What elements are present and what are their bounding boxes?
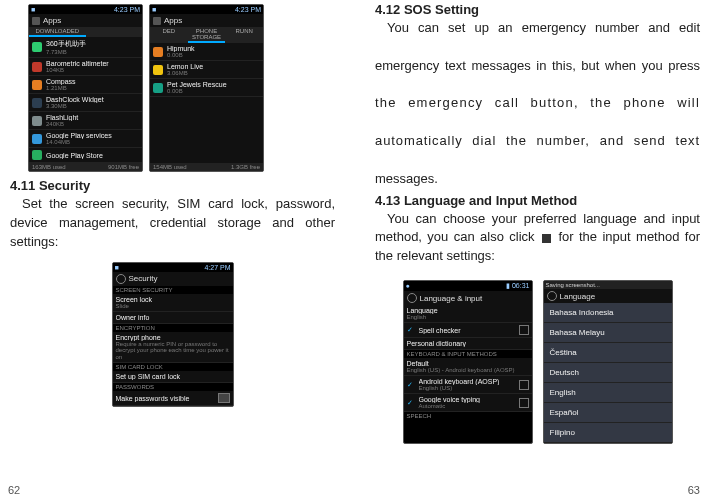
- section-header: KEYBOARD & INPUT METHODS: [404, 350, 532, 358]
- list-item: Owner info: [113, 312, 233, 324]
- phone-language-list: Saving screenshot... Language Bahasa Ind…: [543, 280, 673, 444]
- app-label: Google Play services: [46, 132, 139, 139]
- row-label: Android keyboard (AOSP): [419, 378, 515, 385]
- row-sub: English (US): [419, 385, 515, 391]
- apps-title: Apps: [43, 16, 61, 25]
- gear-icon: [519, 325, 529, 335]
- apps-list: Hipmunk0.00B Lemon Live3.06MB Pet Jewels…: [150, 43, 263, 163]
- status-bar: ■4:27 PM: [113, 263, 233, 272]
- app-sub: 0.00B: [167, 88, 260, 94]
- list-item: ✓Spell checker: [404, 323, 532, 338]
- row-label: Owner info: [116, 314, 230, 321]
- app-label: DashClock Widget: [46, 96, 139, 103]
- settings-icon: [116, 274, 126, 284]
- section-header: PASSWORDS: [113, 383, 233, 391]
- list-item: DefaultEnglish (US) - Android keyboard (…: [404, 358, 532, 376]
- langinput-titlebar: Language & input: [404, 291, 532, 305]
- status-bar: ●▮ 06:31: [404, 281, 532, 291]
- status-bar: ■4:23 PM: [150, 5, 263, 14]
- list-item: 360手机助手7.73MB: [29, 37, 142, 58]
- row-label: Google voice typing: [419, 396, 515, 403]
- section-header: SPEECH: [404, 412, 532, 420]
- app-label: Pet Jewels Rescue: [167, 81, 260, 88]
- gear-icon: [519, 380, 529, 390]
- langlist-title: Language: [560, 292, 596, 301]
- list-item: Filipino: [544, 423, 672, 443]
- phone-apps-downloaded: ■4:23 PM Apps DOWNLOADED 360手机助手7.73MB B…: [28, 4, 143, 172]
- heading-sos: 4.12 SOS Setting: [375, 2, 700, 17]
- section-header: ENCRYPTION: [113, 324, 233, 332]
- list-item: Bahasa Melayu: [544, 323, 672, 343]
- text-line: automatically dial the number, and send …: [375, 132, 700, 170]
- phone-lang-input: ●▮ 06:31 Language & input LanguageEnglis…: [403, 280, 533, 444]
- list-item: Barometric altimeter104KB: [29, 58, 142, 76]
- app-icon: [32, 98, 42, 108]
- app-label: FlashLight: [46, 114, 139, 121]
- lang-screenshots-row: ●▮ 06:31 Language & input LanguageEnglis…: [375, 280, 700, 444]
- list-item: Hipmunk0.00B: [150, 43, 263, 61]
- check-icon: ✓: [407, 381, 415, 389]
- list-item: Čeština: [544, 343, 672, 363]
- apps-screenshots-row: ■4:23 PM Apps DOWNLOADED 360手机助手7.73MB B…: [28, 4, 335, 172]
- app-sub: 14.04MB: [46, 139, 139, 145]
- list-item: LanguageEnglish: [404, 305, 532, 323]
- app-icon: [153, 47, 163, 57]
- langlist-titlebar: Language: [544, 289, 672, 303]
- row-label: Make passwords visible: [116, 395, 214, 402]
- section-header: SCREEN SECURITY: [113, 286, 233, 294]
- status-bar: ■4:23 PM: [29, 5, 142, 14]
- toast-text: Saving screenshot...: [546, 282, 600, 288]
- app-label: Google Play Store: [46, 152, 139, 159]
- text-line: messages.: [375, 170, 700, 189]
- app-sub: 1.21MB: [46, 85, 139, 91]
- app-sub: 240KB: [46, 121, 139, 127]
- list-item: ✓Google voice typingAutomatic: [404, 394, 532, 412]
- apps-footer: 154MB used1.3GB free: [150, 163, 263, 171]
- row-label: Personal dictionary: [407, 340, 529, 347]
- app-label: Hipmunk: [167, 45, 260, 52]
- app-icon: [153, 83, 163, 93]
- security-screenshot-wrap: ■4:27 PM Security SCREEN SECURITY Screen…: [10, 262, 335, 408]
- app-label: Compass: [46, 78, 139, 85]
- check-icon: ✓: [407, 326, 415, 334]
- list-item: Google Play services14.04MB: [29, 130, 142, 148]
- app-label: Barometric altimeter: [46, 60, 139, 67]
- app-icon: [32, 62, 42, 72]
- text-line: emergency text messages in this, but whe…: [375, 57, 700, 95]
- storage-used: 154MB used: [153, 164, 187, 170]
- list-item: ✓Android keyboard (AOSP)English (US): [404, 376, 532, 394]
- list-item: Personal dictionary: [404, 338, 532, 350]
- text-sos: You can set up an emergency number and e…: [375, 19, 700, 189]
- phone-security: ■4:27 PM Security SCREEN SECURITY Screen…: [112, 262, 234, 408]
- app-sub: 3.30MB: [46, 103, 139, 109]
- list-item: Google Play Store: [29, 148, 142, 163]
- text-langinput: You can choose your preferred language a…: [375, 210, 700, 267]
- storage-used: 163MB used: [32, 164, 66, 170]
- security-list: SCREEN SECURITY Screen lockSlide Owner i…: [113, 286, 233, 407]
- list-item: FlashLight240KB: [29, 112, 142, 130]
- row-sub: English: [407, 314, 529, 320]
- tab-right: RUNN: [225, 27, 263, 43]
- apps-tabs: DOWNLOADED: [29, 27, 142, 37]
- row-sub: English (US) - Android keyboard (AOSP): [407, 367, 529, 373]
- row-label: Default: [407, 360, 529, 367]
- list-item: Set up SIM card lock: [113, 371, 233, 383]
- apps-list: 360手机助手7.73MB Barometric altimeter104KB …: [29, 37, 142, 163]
- row-label: Screen lock: [116, 296, 230, 303]
- storage-free: 1.3GB free: [231, 164, 260, 170]
- text-line: the emergency call button, the phone wil…: [375, 94, 700, 132]
- security-titlebar: Security: [113, 272, 233, 286]
- apps-icon: [32, 17, 40, 25]
- row-sub: Automatic: [419, 403, 515, 409]
- settings-icon: [407, 293, 417, 303]
- app-sub: 3.06MB: [167, 70, 260, 76]
- app-icon: [32, 150, 42, 160]
- list-item: Encrypt phoneRequire a numeric PIN or pa…: [113, 332, 233, 364]
- row-label: Set up SIM card lock: [116, 373, 230, 380]
- row-label: Encrypt phone: [116, 334, 230, 341]
- app-icon: [153, 65, 163, 75]
- apps-titlebar: Apps: [29, 14, 142, 27]
- app-sub: 104KB: [46, 67, 139, 73]
- apps-titlebar: Apps: [150, 14, 263, 27]
- row-label: Spell checker: [419, 327, 515, 334]
